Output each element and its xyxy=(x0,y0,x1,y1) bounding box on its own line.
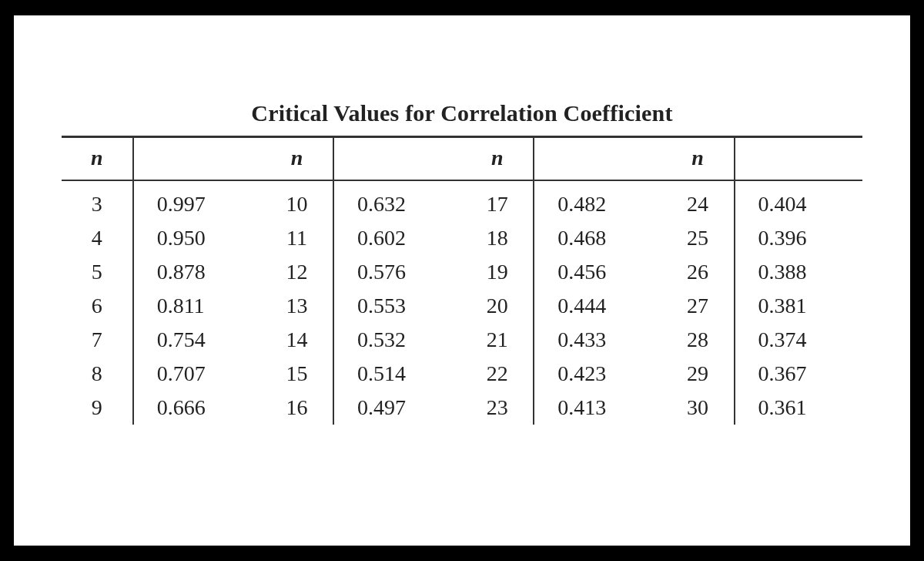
cell-n: 20 xyxy=(461,289,534,323)
cell-v: 0.497 xyxy=(333,391,461,425)
col-header-n-4: n xyxy=(662,138,735,180)
cell-n: 9 xyxy=(62,391,133,425)
cell-v: 0.396 xyxy=(735,221,862,255)
cell-n: 6 xyxy=(62,289,133,323)
col-header-n-1: n xyxy=(62,138,133,180)
cell-n: 26 xyxy=(662,255,735,289)
cell-v: 0.632 xyxy=(333,180,461,221)
cell-n: 14 xyxy=(261,323,333,357)
cell-n: 18 xyxy=(461,221,534,255)
cell-n: 21 xyxy=(461,323,534,357)
col-header-blank-2 xyxy=(333,138,461,180)
cell-n: 22 xyxy=(461,357,534,391)
cell-v: 0.666 xyxy=(133,391,261,425)
cell-v: 0.754 xyxy=(133,323,261,357)
col-header-blank-4 xyxy=(735,138,862,180)
cell-n: 12 xyxy=(261,255,333,289)
table-row: 9 0.666 16 0.497 23 0.413 30 0.361 xyxy=(62,391,862,425)
col-header-blank-1 xyxy=(133,138,261,180)
table-row: 3 0.997 10 0.632 17 0.482 24 0.404 xyxy=(62,180,862,221)
cell-v: 0.514 xyxy=(333,357,461,391)
cell-v: 0.707 xyxy=(133,357,261,391)
cell-v: 0.482 xyxy=(534,180,661,221)
cell-n: 16 xyxy=(261,391,333,425)
cell-v: 0.404 xyxy=(735,180,862,221)
cell-v: 0.367 xyxy=(735,357,862,391)
cell-v: 0.532 xyxy=(333,323,461,357)
table-row: 4 0.950 11 0.602 18 0.468 25 0.396 xyxy=(62,221,862,255)
cell-v: 0.374 xyxy=(735,323,862,357)
table-body: 3 0.997 10 0.632 17 0.482 24 0.404 4 0.9… xyxy=(62,180,862,425)
cell-v: 0.878 xyxy=(133,255,261,289)
header-row: n n n n xyxy=(62,138,862,180)
cell-n: 8 xyxy=(62,357,133,391)
cell-n: 4 xyxy=(62,221,133,255)
cell-v: 0.361 xyxy=(735,391,862,425)
cell-v: 0.388 xyxy=(735,255,862,289)
cell-v: 0.576 xyxy=(333,255,461,289)
cell-v: 0.950 xyxy=(133,221,261,255)
cell-n: 28 xyxy=(662,323,735,357)
cell-n: 15 xyxy=(261,357,333,391)
table-row: 5 0.878 12 0.576 19 0.456 26 0.388 xyxy=(62,255,862,289)
cell-v: 0.553 xyxy=(333,289,461,323)
col-header-n-2: n xyxy=(261,138,333,180)
cell-n: 11 xyxy=(261,221,333,255)
cell-n: 25 xyxy=(662,221,735,255)
critical-values-table-wrap: Critical Values for Correlation Coeffici… xyxy=(62,100,862,425)
cell-v: 0.433 xyxy=(534,323,661,357)
table-title: Critical Values for Correlation Coeffici… xyxy=(62,100,862,133)
table-row: 7 0.754 14 0.532 21 0.433 28 0.374 xyxy=(62,323,862,357)
page: Critical Values for Correlation Coeffici… xyxy=(14,15,910,546)
table-row: 6 0.811 13 0.553 20 0.444 27 0.381 xyxy=(62,289,862,323)
cell-n: 29 xyxy=(662,357,735,391)
cell-n: 17 xyxy=(461,180,534,221)
cell-v: 0.413 xyxy=(534,391,661,425)
cell-n: 27 xyxy=(662,289,735,323)
critical-values-table: n n n n 3 0.997 10 0.632 17 0.482 xyxy=(62,138,862,425)
cell-n: 19 xyxy=(461,255,534,289)
cell-n: 13 xyxy=(261,289,333,323)
cell-v: 0.423 xyxy=(534,357,661,391)
col-header-blank-3 xyxy=(534,138,661,180)
cell-v: 0.381 xyxy=(735,289,862,323)
cell-n: 7 xyxy=(62,323,133,357)
cell-n: 5 xyxy=(62,255,133,289)
table-row: 8 0.707 15 0.514 22 0.423 29 0.367 xyxy=(62,357,862,391)
cell-v: 0.997 xyxy=(133,180,261,221)
col-header-n-3: n xyxy=(461,138,534,180)
cell-n: 24 xyxy=(662,180,735,221)
cell-v: 0.811 xyxy=(133,289,261,323)
cell-n: 3 xyxy=(62,180,133,221)
cell-v: 0.444 xyxy=(534,289,661,323)
cell-v: 0.456 xyxy=(534,255,661,289)
cell-n: 30 xyxy=(662,391,735,425)
cell-v: 0.602 xyxy=(333,221,461,255)
cell-v: 0.468 xyxy=(534,221,661,255)
cell-n: 23 xyxy=(461,391,534,425)
cell-n: 10 xyxy=(261,180,333,221)
